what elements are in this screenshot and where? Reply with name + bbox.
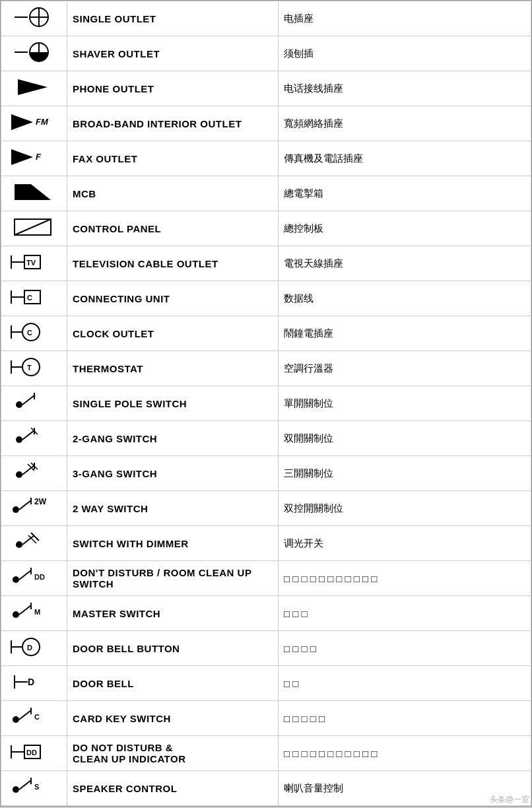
svg-marker-8 [11,114,33,130]
svg-line-34 [22,395,34,405]
table-row: 3-GANG SWITCH三開關制位 [1,456,531,491]
chinese-cell: 電視天線插座 [279,246,531,281]
svg-point-57 [13,611,19,618]
table-row: C CARD KEY SWITCH□ □ □ □ □ [1,701,531,736]
chinese-cell: 總控制板 [279,211,531,246]
table-row: C CONNECTING UNIT数据线 [1,281,531,316]
symbol-cell: M [1,596,67,631]
page: SINGLE OUTLET电插座 SHAVER OUTLET须刨插 PHONE … [0,0,532,807]
svg-text:DD: DD [34,573,45,581]
symbol-cell: DD [1,736,67,771]
svg-text:D: D [28,677,34,687]
table-row: MCB總電掣箱 [1,176,531,211]
chinese-cell: 双開關制位 [279,421,531,456]
svg-line-58 [19,605,31,615]
svg-text:D: D [27,644,32,652]
svg-line-54 [19,570,31,580]
name-cell: CONNECTING UNIT [67,281,279,316]
name-cell: 2-GANG SWITCH [67,421,279,456]
svg-text:C: C [27,329,32,337]
chinese-cell: □ □ □ □ □ □ □ □ □ □ □ [279,561,531,596]
table-row: D DOOR BELL BUTTON□ □ □ □ [1,631,531,666]
svg-text:F: F [36,152,42,162]
svg-text:DD: DD [26,749,37,757]
name-cell: THERMOSTAT [67,351,279,386]
symbol-cell: DD [1,561,67,596]
symbol-cell: FM [1,106,67,141]
svg-point-33 [16,401,22,408]
chinese-cell: 电话接线插座 [279,71,531,106]
table-row: S SPEAKER CONTROL喇叭音量控制 [1,771,531,806]
symbol-cell: F [1,141,67,176]
chinese-cell: □ □ □ □ □ [279,701,531,736]
chinese-cell: 總電掣箱 [279,176,531,211]
symbol-cell: 2W [1,491,67,526]
svg-point-40 [16,471,22,478]
name-cell: DON'T DISTURB / ROOM CLEAN UP SWITCH [67,561,279,596]
svg-point-53 [13,576,19,583]
name-cell: CARD KEY SWITCH [67,701,279,736]
name-cell: DOOR BELL BUTTON [67,631,279,666]
chinese-cell: 單開關制位 [279,386,531,421]
name-cell: MASTER SWITCH [67,596,279,631]
name-cell: CONTROL PANEL [67,211,279,246]
symbol-cell: C [1,701,67,736]
svg-line-46 [19,500,31,510]
chinese-cell: □ □ □ □ [279,631,531,666]
table-row: PHONE OUTLET电话接线插座 [1,71,531,106]
svg-point-45 [13,506,19,513]
symbol-cell [1,456,67,491]
name-cell: TELEVISION CABLE OUTLET [67,246,279,281]
chinese-cell: 鬧鐘電插座 [279,316,531,351]
table-row: M MASTER SWITCH□ □ □ [1,596,531,631]
legend-table: SINGLE OUTLET电插座 SHAVER OUTLET须刨插 PHONE … [1,1,531,806]
chinese-cell: □ □ □ □ □ □ □ □ □ □ □ [279,736,531,771]
name-cell: 2 WAY SWITCH [67,491,279,526]
svg-text:FM: FM [36,117,49,127]
chinese-cell: 寬頻網絡插座 [279,106,531,141]
symbol-cell: D [1,631,67,666]
table-row: SHAVER OUTLET须刨插 [1,36,531,71]
svg-text:C: C [27,294,32,302]
chinese-cell: 傳真機及電話插座 [279,141,531,176]
table-row: 2W 2 WAY SWITCH双控開關制位 [1,491,531,526]
symbol-cell: T [1,351,67,386]
svg-line-69 [19,710,31,720]
table-row: TV TELEVISION CABLE OUTLET電視天線插座 [1,246,531,281]
name-cell: DO NOT DISTURB &CLEAN UP INDICATOR [67,736,279,771]
svg-line-41 [22,465,34,475]
name-cell: SHAVER OUTLET [67,36,279,71]
chinese-cell: □ □ [279,666,531,701]
svg-text:T: T [27,364,32,372]
table-row: SWITCH WITH DIMMER调光开关 [1,526,531,561]
name-cell: PHONE OUTLET [67,71,279,106]
symbol-cell [1,421,67,456]
svg-point-68 [13,716,19,723]
table-row: CONTROL PANEL總控制板 [1,211,531,246]
symbol-cell: D [1,666,67,701]
table-row: DD DON'T DISTURB / ROOM CLEAN UP SWITCH□… [1,561,531,596]
symbol-cell: C [1,316,67,351]
chinese-cell: 调光开关 [279,526,531,561]
symbol-cell [1,386,67,421]
watermark: 头条@一室 [490,794,529,805]
name-cell: FAX OUTLET [67,141,279,176]
svg-text:2W: 2W [34,497,47,506]
symbol-cell [1,1,67,36]
symbol-cell [1,211,67,246]
svg-line-77 [19,780,31,790]
table-row: SINGLE POLE SWITCH單開關制位 [1,386,531,421]
symbol-cell [1,526,67,561]
table-row: SINGLE OUTLET电插座 [1,1,531,36]
name-cell: BROAD-BAND INTERIOR OUTLET [67,106,279,141]
table-row: 2-GANG SWITCH双開關制位 [1,421,531,456]
chinese-cell: 三開關制位 [279,456,531,491]
chinese-cell: 电插座 [279,1,531,36]
symbol-cell [1,176,67,211]
svg-text:TV: TV [26,259,36,267]
table-row: D DOOR BELL□ □ [1,666,531,701]
symbol-cell: C [1,281,67,316]
svg-point-49 [16,541,22,548]
svg-marker-10 [11,149,33,165]
symbol-cell: TV [1,246,67,281]
